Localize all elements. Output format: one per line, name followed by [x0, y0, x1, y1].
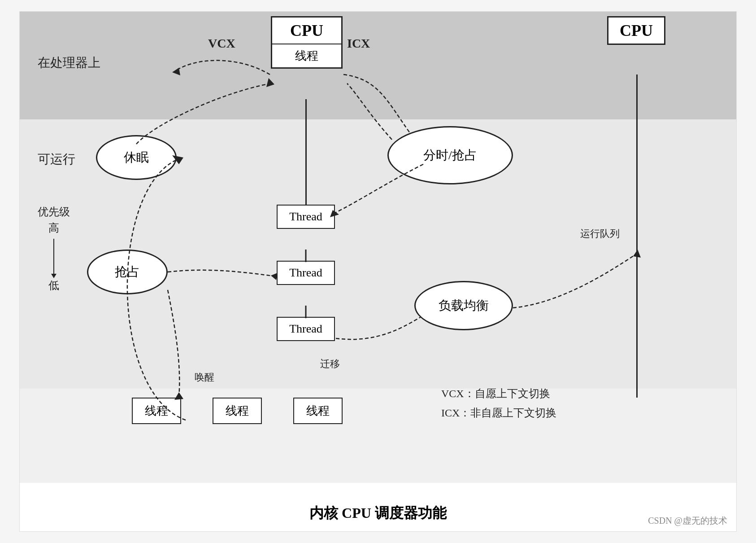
priority-low: 低: [48, 278, 59, 293]
thread-box-1: Thread: [277, 205, 335, 229]
cpu-main-box: CPU 线程: [271, 16, 343, 69]
watermark: CSDN @虚无的技术: [648, 515, 727, 527]
annotation-runqueue: 运行队列: [580, 227, 620, 241]
cpu-main-subtext: 线程: [272, 44, 341, 67]
priority-high: 高: [48, 221, 59, 235]
icx-label: ICX: [347, 36, 370, 51]
cpu-right-vline: [636, 74, 638, 398]
thread-box-2: Thread: [277, 261, 335, 285]
annotation-wakeup: 唤醒: [195, 371, 214, 384]
bottom-thread-1: 线程: [132, 398, 181, 424]
ellipse-loadbalance: 负载均衡: [414, 281, 513, 330]
label-processor: 在处理器上: [38, 54, 100, 71]
caption: 内核 CPU 调度器功能: [309, 504, 447, 523]
label-runnable: 可运行: [38, 151, 75, 168]
ellipse-preempt: 抢占: [87, 250, 168, 294]
annotation-vcx-explain: VCX：自愿上下文切换 ICX：非自愿上下文切换: [441, 384, 556, 423]
cpu-main-label: CPU: [272, 18, 341, 44]
zone-blocked: [20, 389, 736, 483]
priority-indicator: 优先级 高 低: [38, 205, 70, 293]
diagram-container: 在处理器上 可运行 优先级 高 低 VCX ICX CPU 线程 CPU Thr…: [19, 11, 737, 532]
cpu-right-box: CPU: [607, 16, 665, 45]
thread-box-3: Thread: [277, 317, 335, 341]
annotation-migrate: 迁移: [320, 357, 340, 371]
cpu-right-label: CPU: [608, 18, 664, 44]
cpu-center-vline: [305, 99, 307, 205]
bottom-thread-2: 线程: [213, 398, 262, 424]
ellipse-timeshare: 分时/抢占: [387, 126, 513, 184]
priority-arrow: [53, 239, 54, 275]
vcx-label: VCX: [208, 36, 235, 51]
priority-text: 优先级: [38, 205, 70, 219]
bottom-thread-3: 线程: [293, 398, 343, 424]
ellipse-sleep: 休眠: [96, 135, 177, 180]
